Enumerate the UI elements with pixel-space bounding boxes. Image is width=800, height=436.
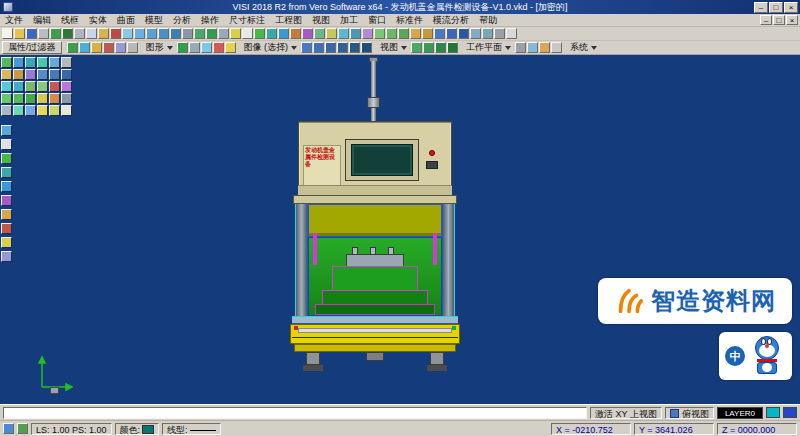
undo-icon[interactable] [50,28,61,39]
thicken-icon[interactable] [37,81,48,92]
split-icon[interactable] [49,81,60,92]
save-icon[interactable] [26,28,37,39]
strip-select-icon[interactable] [1,125,12,136]
help-icon[interactable] [506,28,517,39]
workplane-xy-icon[interactable] [411,42,422,53]
plane-icon[interactable] [25,105,36,116]
menu-item-drafting[interactable]: 工程图 [270,14,307,26]
strip-measure-icon[interactable] [1,237,12,248]
view-top-icon[interactable] [434,28,445,39]
layers-icon[interactable] [230,28,241,39]
rotate-view-icon[interactable] [194,28,205,39]
view-top-preset-icon[interactable] [301,42,312,53]
ucs-icon[interactable] [49,105,60,116]
filter-point-icon[interactable] [67,42,78,53]
settings-icon[interactable] [494,28,505,39]
rotate-3d-icon[interactable] [13,93,24,104]
new-file-icon[interactable] [2,28,13,39]
layer-indicator[interactable]: LAYER0 [717,407,763,419]
scale-indicator[interactable]: LS: 1.00 PS: 1.00 [31,423,112,435]
zoom-out-icon[interactable] [146,28,157,39]
extrude-icon[interactable] [13,57,24,68]
secondary-color-swatch[interactable] [783,407,797,418]
chamfer-icon[interactable] [350,28,361,39]
macro-icon[interactable] [539,42,550,53]
sketch-icon[interactable] [1,57,12,68]
zoom-fit-icon[interactable] [170,28,181,39]
toolbar-group-workplane[interactable]: 工作平面 [459,41,514,54]
menu-item-solid[interactable]: 实体 [84,14,112,26]
move-3d-icon[interactable] [1,93,12,104]
strip-line-icon[interactable] [1,153,12,164]
mirror-3d-icon[interactable] [61,81,72,92]
linetype-indicator[interactable]: 线型: [162,423,221,435]
command-input[interactable] [3,407,587,419]
toolbar-group-image-selection[interactable]: 图像 (选择) [237,41,301,54]
notes-icon[interactable] [61,105,72,116]
chamfer-3d-icon[interactable] [13,81,24,92]
rectangle-icon[interactable] [290,28,301,39]
spline-icon[interactable] [302,28,313,39]
menu-item-surface[interactable]: 曲面 [112,14,140,26]
view-back-preset-icon[interactable] [337,42,348,53]
strip-solid-icon[interactable] [1,223,12,234]
view-bottom-preset-icon[interactable] [349,42,360,53]
view-front-preset-icon[interactable] [313,42,324,53]
close-button[interactable]: × [784,2,798,13]
viewport-3d[interactable]: 发动机盖金属件检测设备 [0,55,800,404]
shell-icon[interactable] [1,69,12,80]
align-icon[interactable] [37,93,48,104]
point-icon[interactable] [242,28,253,39]
shaded-view-icon[interactable] [206,28,217,39]
snap-toggle-icon[interactable] [482,28,493,39]
menu-item-model[interactable]: 模型 [140,14,168,26]
menu-item-file[interactable]: 文件 [0,14,28,26]
filter-line-icon[interactable] [79,42,90,53]
filter-solid-icon[interactable] [103,42,114,53]
scale-3d-icon[interactable] [25,93,36,104]
zoom-in-icon[interactable] [134,28,145,39]
open-file-icon[interactable] [14,28,25,39]
loft-icon[interactable] [49,57,60,68]
render-icon[interactable] [61,93,72,104]
menu-item-machining[interactable]: 加工 [335,14,363,26]
menu-item-analysis[interactable]: 分析 [168,14,196,26]
zoom-window-icon[interactable] [158,28,169,39]
transparent-mode-icon[interactable] [201,42,212,53]
sweep-icon[interactable] [37,57,48,68]
workplane-xz-icon[interactable] [423,42,434,53]
copy-icon[interactable] [86,28,97,39]
menu-item-dimensioning[interactable]: 尺寸标注 [224,14,270,26]
offset-icon[interactable] [314,28,325,39]
system-help-icon[interactable] [551,42,562,53]
redo-icon[interactable] [62,28,73,39]
menu-item-standard-parts[interactable]: 标准件 [391,14,428,26]
delete-icon[interactable] [110,28,121,39]
menu-item-wireframe[interactable]: 线框 [56,14,84,26]
minimize-button[interactable]: – [754,2,768,13]
view-right-preset-icon[interactable] [325,42,336,53]
menu-item-operations[interactable]: 操作 [196,14,224,26]
strip-arc-icon[interactable] [1,167,12,178]
doc-close-button[interactable]: × [786,15,798,25]
circle-icon[interactable] [278,28,289,39]
doc-minimize-button[interactable]: – [760,15,772,25]
color-indicator[interactable]: 颜色: [115,423,160,435]
system-info-icon[interactable] [527,42,538,53]
analyze-icon[interactable] [49,93,60,104]
boolean-subtract-icon[interactable] [49,69,60,80]
rib-icon[interactable] [13,69,24,80]
wire-mode-icon[interactable] [189,42,200,53]
filter-face-icon[interactable] [91,42,102,53]
dimension-icon[interactable] [422,28,433,39]
cut-icon[interactable] [74,28,85,39]
view-indicator[interactable]: 俯视图 [665,407,714,419]
boolean-union-icon[interactable] [37,69,48,80]
paste-icon[interactable] [98,28,109,39]
view-front-icon[interactable] [446,28,457,39]
active-color-swatch[interactable] [766,407,780,418]
draft-icon[interactable] [25,81,36,92]
strip-surface-icon[interactable] [1,209,12,220]
print-icon[interactable] [38,28,49,39]
filter-all-icon[interactable] [115,42,126,53]
